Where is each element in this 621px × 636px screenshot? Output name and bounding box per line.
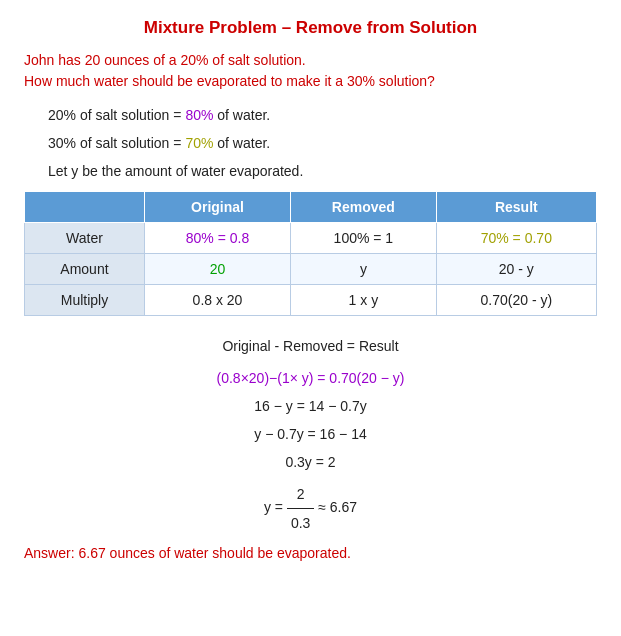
cell-multiply-removed: 1 x y (291, 284, 437, 315)
table-row: Water 80% = 0.8 100% = 1 70% = 0.70 (25, 222, 597, 253)
fraction-denominator: 0.3 (287, 509, 314, 537)
answer-text: Answer: 6.67 ounces of water should be e… (24, 545, 597, 561)
cell-amount-removed: y (291, 253, 437, 284)
cell-multiply-result: 0.70(20 - y) (436, 284, 596, 315)
col-header-empty (25, 191, 145, 222)
fraction-eq-label: y = (264, 499, 283, 515)
cell-water-result: 70% = 0.70 (436, 222, 596, 253)
col-header-removed: Removed (291, 191, 437, 222)
info-line2: 30% of salt solution = 70% of water. (48, 132, 597, 154)
cell-water-removed: 100% = 1 (291, 222, 437, 253)
cell-amount-result: 20 - y (436, 253, 596, 284)
table-row: Multiply 0.8 x 20 1 x y 0.70(20 - y) (25, 284, 597, 315)
cell-multiply-original: 0.8 x 20 (144, 284, 290, 315)
title: Mixture Problem – Remove from Solution (24, 18, 597, 38)
cell-water-original: 80% = 0.8 (144, 222, 290, 253)
let-text: Let y be the amount of water evaporated. (48, 163, 597, 179)
row-label-amount: Amount (25, 253, 145, 284)
equation-fraction: y = 2 0.3 ≈ 6.67 (24, 480, 597, 537)
problem-text: John has 20 ounces of a 20% of salt solu… (24, 50, 597, 92)
equation-label: Original - Removed = Result (24, 332, 597, 360)
cell-amount-original: 20 (144, 253, 290, 284)
table-row: Amount 20 y 20 - y (25, 253, 597, 284)
problem-line2: How much water should be evaporated to m… (24, 73, 435, 89)
col-header-result: Result (436, 191, 596, 222)
problem-line1: John has 20 ounces of a 20% of salt solu… (24, 52, 306, 68)
equations-block: Original - Removed = Result (0.8×20)−(1×… (24, 332, 597, 537)
equation-1: 16 − y = 14 − 0.7y (24, 392, 597, 420)
equation-0: (0.8×20)−(1× y) = 0.70(20 − y) (24, 364, 597, 392)
fraction-numerator: 2 (287, 480, 314, 509)
mixture-table: Original Removed Result Water 80% = 0.8 … (24, 191, 597, 316)
fraction: 2 0.3 (287, 480, 314, 537)
col-header-original: Original (144, 191, 290, 222)
row-label-water: Water (25, 222, 145, 253)
row-label-multiply: Multiply (25, 284, 145, 315)
equation-3: 0.3y = 2 (24, 448, 597, 476)
approx-value: ≈ 6.67 (318, 499, 357, 515)
info-line1: 20% of salt solution = 80% of water. (48, 104, 597, 126)
equation-2: y − 0.7y = 16 − 14 (24, 420, 597, 448)
